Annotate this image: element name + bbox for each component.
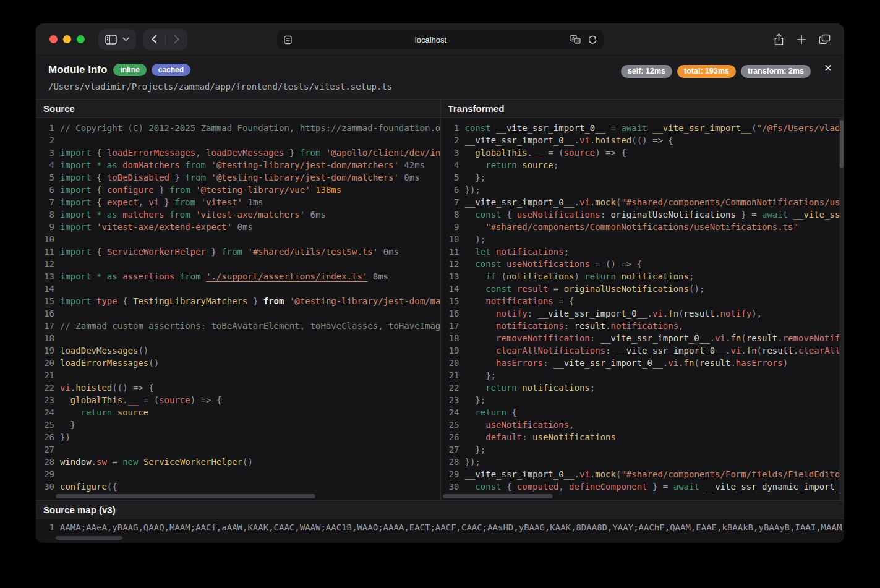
transformed-horizontal-scrollbar[interactable]	[443, 494, 553, 498]
line-number: 21	[441, 369, 459, 381]
code-text: );	[465, 233, 486, 245]
line-number: 22	[441, 381, 459, 394]
nav-buttons	[143, 29, 187, 50]
code-token: from	[185, 173, 206, 182]
line-number: 18	[441, 332, 459, 344]
extensions-icon[interactable]: A 文	[569, 35, 581, 45]
code-token: :	[564, 321, 575, 331]
code-line: 29__vite_ssr_import_0__.vi.mock("#shared…	[441, 468, 845, 480]
code-token: .	[590, 197, 595, 207]
code-token: configure	[60, 482, 107, 492]
code-token: await	[673, 482, 699, 492]
tab-overview-icon[interactable]	[819, 34, 831, 45]
code-text: useNotifications,	[465, 419, 575, 431]
module-link[interactable]: './support/assertions/index.ts'	[206, 271, 367, 281]
code-token: }	[206, 247, 221, 257]
code-line: 19 clearAllNotifications: __vite_ssr_imp…	[441, 344, 845, 357]
status-badge: cached	[152, 64, 190, 76]
traffic-zoom[interactable]	[77, 35, 85, 43]
code-token: {	[92, 247, 107, 257]
code-token: __vite_ssr_import_0__	[553, 358, 663, 368]
code-token: {	[502, 210, 517, 219]
code-line: 24 return source	[36, 406, 440, 419]
url-text[interactable]: localhost	[293, 35, 569, 45]
line-number: 24	[441, 406, 459, 419]
transformed-vertical-scrollbar-track[interactable]	[839, 118, 844, 500]
code-token: :	[605, 346, 616, 356]
code-token	[465, 432, 486, 442]
code-token: notify	[496, 309, 528, 318]
line-number: 9	[36, 221, 54, 233]
code-line: 15import type { TestingLibraryMatchers }…	[36, 295, 440, 307]
reload-icon[interactable]	[587, 35, 597, 45]
code-token: new	[122, 457, 138, 467]
code-token: ),	[751, 309, 762, 318]
back-button[interactable]	[143, 29, 165, 50]
code-token: vi	[579, 197, 590, 207]
source-horizontal-scrollbar[interactable]	[56, 494, 315, 498]
sourcemap-horizontal-scrollbar[interactable]	[56, 536, 122, 540]
source-code-area[interactable]: 1// Copyright (C) 2012-2025 Zammad Found…	[36, 118, 440, 500]
address-bar[interactable]: localhost A 文	[277, 30, 603, 49]
code-token: ()	[242, 457, 253, 467]
code-token: "#shared/components/CommonNotifications/…	[621, 197, 844, 207]
new-tab-icon[interactable]	[797, 35, 806, 45]
code-token: :	[543, 358, 553, 368]
line-number: 4	[36, 159, 54, 171]
code-text: let notifications;	[465, 245, 570, 258]
timing-badge: transform: 2ms	[741, 65, 811, 78]
share-icon[interactable]	[774, 33, 784, 46]
code-token: import	[60, 173, 92, 182]
forward-button[interactable]	[166, 29, 187, 50]
sourcemap-body[interactable]: 1 AAMA;AAeA,yBAAG,QAAQ,MAAM;AACf,aAAW,KA…	[36, 519, 844, 543]
transformed-code-area[interactable]: 1const __vite_ssr_import_0__ = await __v…	[441, 118, 845, 500]
page-settings-icon[interactable]	[283, 35, 293, 45]
code-token: vi	[579, 469, 590, 479]
traffic-minimize[interactable]	[63, 35, 71, 43]
code-token: }	[284, 148, 299, 158]
code-text: loadDevMessages()	[60, 344, 148, 357]
code-line: 23 globalThis.__ = (source) => {	[36, 394, 440, 406]
transformed-vertical-scrollbar-thumb[interactable]	[840, 120, 844, 168]
code-text: notify: __vite_ssr_import_0__.vi.fn(resu…	[465, 307, 763, 320]
traffic-close[interactable]	[49, 35, 58, 43]
line-number: 20	[36, 357, 54, 369]
code-token	[465, 482, 476, 492]
code-line: 22 return notifications;	[441, 381, 845, 394]
code-token: notifications	[496, 321, 564, 331]
code-token	[465, 383, 486, 393]
code-token: 0ms	[399, 173, 420, 182]
code-token: .	[715, 309, 720, 318]
code-token: fn	[684, 358, 694, 368]
line-number: 3	[36, 147, 54, 159]
code-token: sw	[96, 457, 107, 467]
sidebar-toggle-button[interactable]	[98, 29, 136, 50]
code-text: import * as domMatchers from '@testing-l…	[60, 159, 425, 171]
line-number: 10	[441, 233, 459, 245]
code-token: {	[506, 407, 517, 417]
close-icon[interactable]: ✕	[822, 62, 834, 75]
code-token: "#shared/components/Form/fields/FieldEdi…	[621, 469, 844, 479]
code-text: import type { TestingLibraryMatchers } f…	[60, 295, 440, 307]
code-token: }	[247, 296, 263, 306]
code-token: result	[762, 346, 793, 356]
code-token: hoisted	[595, 135, 631, 145]
code-token: const	[475, 482, 501, 492]
code-token	[465, 160, 486, 170]
chevron-down-icon[interactable]	[122, 37, 129, 41]
code-token: return	[81, 407, 113, 417]
code-line: 16	[36, 307, 440, 320]
code-text: import 'vitest-axe/extend-expect' 0ms	[60, 221, 253, 233]
code-text: import * as assertions from './support/a…	[60, 270, 388, 283]
code-line: 27 };	[441, 443, 845, 456]
code-token: (	[694, 358, 699, 368]
code-token: import	[60, 296, 92, 306]
code-line: 3 globalThis.__ = (source) => {	[441, 147, 845, 159]
code-token: fn	[730, 333, 741, 343]
code-token: ServiceWorkerHelper	[138, 457, 242, 467]
code-token: source	[517, 160, 553, 170]
line-number: 5	[36, 171, 54, 184]
code-token: ServiceWorkerHelper	[107, 247, 206, 257]
line-number: 15	[441, 295, 459, 307]
code-line: 5import { toBeDisabled } from '@testing-…	[36, 171, 440, 184]
